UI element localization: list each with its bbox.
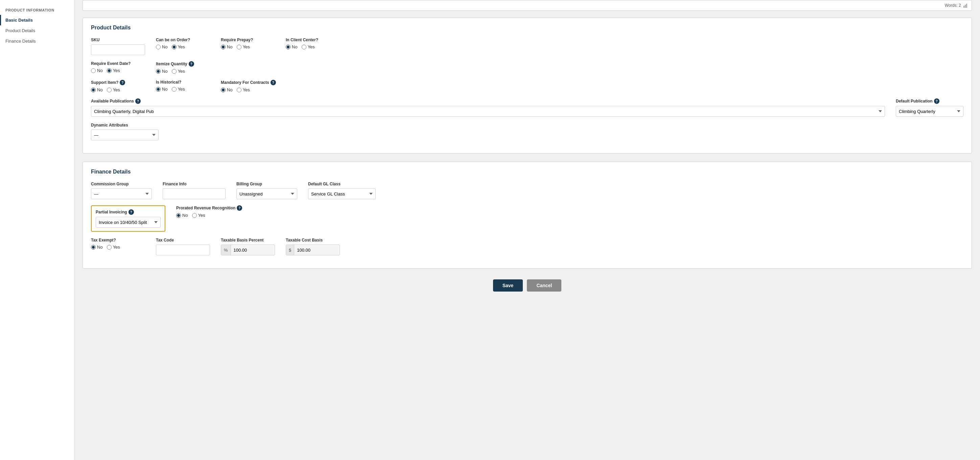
default-publication-help-icon[interactable]: ? <box>934 99 939 104</box>
button-row: Save Cancel <box>83 279 972 291</box>
tax-exempt-label: Tax Exempt? <box>91 238 145 242</box>
itemize-quantity-no[interactable]: No <box>156 68 168 74</box>
sidebar: PRODUCT INFORMATION Basic Details Produc… <box>0 0 75 460</box>
taxable-basis-percent-input-wrapper: % <box>221 245 275 255</box>
can-be-on-order-label: Can be on Order? <box>156 38 210 42</box>
available-publications-group: Available Publications ? Climbing Quarte… <box>91 99 885 117</box>
svg-rect-0 <box>963 6 964 8</box>
prorated-revenue-yes[interactable]: Yes <box>192 213 205 218</box>
mandatory-for-contracts-label: Mandatory For Contracts ? <box>221 80 276 85</box>
mandatory-for-contracts-group: Mandatory For Contracts ? No Yes <box>221 80 276 92</box>
mandatory-for-contracts-no[interactable]: No <box>221 87 233 92</box>
support-item-group: Support Item? ? No Yes <box>91 80 145 92</box>
mandatory-for-contracts-help-icon[interactable]: ? <box>270 80 276 85</box>
is-historical-radios: No Yes <box>156 87 210 92</box>
in-client-center-radios: No Yes <box>286 44 340 49</box>
default-publication-label: Default Publication ? <box>896 99 963 104</box>
prorated-revenue-group: Prorated Revenue Recognition ? No Yes <box>176 205 242 232</box>
dynamic-attributes-group: Dynamic Attributes — <box>91 123 179 140</box>
can-be-on-order-group: Can be on Order? No Yes <box>156 38 210 55</box>
is-historical-no[interactable]: No <box>156 87 168 92</box>
taxable-cost-basis-prefix: $ <box>286 245 294 255</box>
commission-group-select[interactable]: — <box>91 188 152 199</box>
sidebar-item-product-details[interactable]: Product Details <box>0 25 74 36</box>
taxable-cost-basis-input[interactable] <box>294 245 339 255</box>
finance-info-input[interactable] <box>163 188 226 199</box>
default-gl-class-label: Default GL Class <box>308 181 376 186</box>
product-details-section: Product Details SKU Can be on Order? No <box>83 18 972 154</box>
tax-exempt-no[interactable]: No <box>91 245 103 250</box>
product-details-row-5: Dynamic Attributes — <box>91 123 963 140</box>
finance-details-row-3: Tax Exempt? No Yes Tax Code <box>91 238 963 255</box>
sku-input[interactable] <box>91 44 145 55</box>
taxable-basis-percent-label: Taxable Basis Percent <box>221 238 275 242</box>
mandatory-for-contracts-yes[interactable]: Yes <box>237 87 250 92</box>
words-bar: Words: 2 <box>83 0 972 11</box>
support-item-label: Support Item? ? <box>91 80 145 85</box>
support-item-radios: No Yes <box>91 87 145 92</box>
main-content: Words: 2 Product Details SKU Can be on O <box>75 0 980 460</box>
require-event-date-yes[interactable]: Yes <box>107 68 120 73</box>
finance-info-label: Finance Info <box>163 181 226 186</box>
partial-invoicing-select[interactable]: Invoice on 10/40/50 Split Full Invoice N… <box>96 217 161 228</box>
in-client-center-yes[interactable]: Yes <box>302 44 315 49</box>
default-gl-class-select[interactable]: Service GL Class <box>308 188 376 199</box>
prorated-revenue-help-icon[interactable]: ? <box>237 205 242 211</box>
in-client-center-group: In Client Center? No Yes <box>286 38 340 55</box>
cancel-button[interactable]: Cancel <box>527 279 562 291</box>
require-prepay-yes[interactable]: Yes <box>237 44 250 49</box>
can-be-on-order-yes[interactable]: Yes <box>172 44 185 49</box>
billing-group-label: Billing Group <box>236 181 297 186</box>
finance-details-section: Finance Details Commission Group — Finan… <box>83 162 972 269</box>
partial-invoicing-group: Partial Invoicing ? Invoice on 10/40/50 … <box>91 205 165 232</box>
product-details-row-2: Require Event Date? No Yes <box>91 61 963 74</box>
billing-group-select[interactable]: Unassigned <box>236 188 297 199</box>
require-prepay-no[interactable]: No <box>221 44 233 49</box>
tax-exempt-yes[interactable]: Yes <box>107 245 120 250</box>
words-chart-icon <box>963 4 967 8</box>
available-publications-select[interactable]: Climbing Quarterly, Digital Pub Climbing… <box>91 106 885 117</box>
taxable-cost-basis-label: Taxable Cost Basis <box>286 238 340 242</box>
taxable-basis-percent-input[interactable] <box>231 245 275 255</box>
prorated-revenue-radios: No Yes <box>176 213 242 218</box>
can-be-on-order-radios: No Yes <box>156 44 210 49</box>
tax-code-group: Tax Code <box>156 238 210 255</box>
taxable-basis-percent-prefix: % <box>221 245 231 255</box>
product-details-row-4: Available Publications ? Climbing Quarte… <box>91 99 963 117</box>
is-historical-yes[interactable]: Yes <box>172 87 185 92</box>
sku-label: SKU <box>91 38 145 42</box>
svg-rect-1 <box>965 5 966 8</box>
product-details-row-3: Support Item? ? No Yes <box>91 80 963 92</box>
support-item-help-icon[interactable]: ? <box>120 80 125 85</box>
finance-details-row-2: Partial Invoicing ? Invoice on 10/40/50 … <box>91 205 963 232</box>
prorated-revenue-no[interactable]: No <box>176 213 188 218</box>
require-event-date-no[interactable]: No <box>91 68 103 73</box>
sidebar-item-finance-details[interactable]: Finance Details <box>0 36 74 46</box>
itemize-quantity-group: Itemize Quantity ? No Yes <box>156 61 210 74</box>
require-prepay-radios: No Yes <box>221 44 275 49</box>
save-button[interactable]: Save <box>493 279 523 291</box>
require-event-date-group: Require Event Date? No Yes <box>91 61 145 74</box>
tax-code-input[interactable] <box>156 245 210 255</box>
finance-details-title: Finance Details <box>91 169 963 175</box>
support-item-no[interactable]: No <box>91 87 103 92</box>
in-client-center-no[interactable]: No <box>286 44 298 49</box>
available-publications-help-icon[interactable]: ? <box>135 99 141 104</box>
itemize-quantity-help-icon[interactable]: ? <box>189 61 194 67</box>
available-publications-label: Available Publications ? <box>91 99 885 104</box>
sidebar-item-basic-details[interactable]: Basic Details <box>0 15 74 25</box>
partial-invoicing-help-icon[interactable]: ? <box>129 209 134 215</box>
itemize-quantity-yes[interactable]: Yes <box>172 68 185 74</box>
prorated-revenue-label: Prorated Revenue Recognition ? <box>176 205 242 211</box>
support-item-yes[interactable]: Yes <box>107 87 120 92</box>
finance-details-row-1: Commission Group — Finance Info Billing … <box>91 181 963 199</box>
product-details-title: Product Details <box>91 25 963 31</box>
is-historical-group: Is Historical? No Yes <box>156 80 210 92</box>
default-publication-select[interactable]: Climbing Quarterly Digital Pub <box>896 106 963 117</box>
default-gl-class-group: Default GL Class Service GL Class <box>308 181 376 199</box>
can-be-on-order-no[interactable]: No <box>156 44 168 49</box>
dynamic-attributes-select[interactable]: — <box>91 129 159 140</box>
in-client-center-label: In Client Center? <box>286 38 340 42</box>
default-publication-group: Default Publication ? Climbing Quarterly… <box>896 99 963 117</box>
finance-info-group: Finance Info <box>163 181 226 199</box>
